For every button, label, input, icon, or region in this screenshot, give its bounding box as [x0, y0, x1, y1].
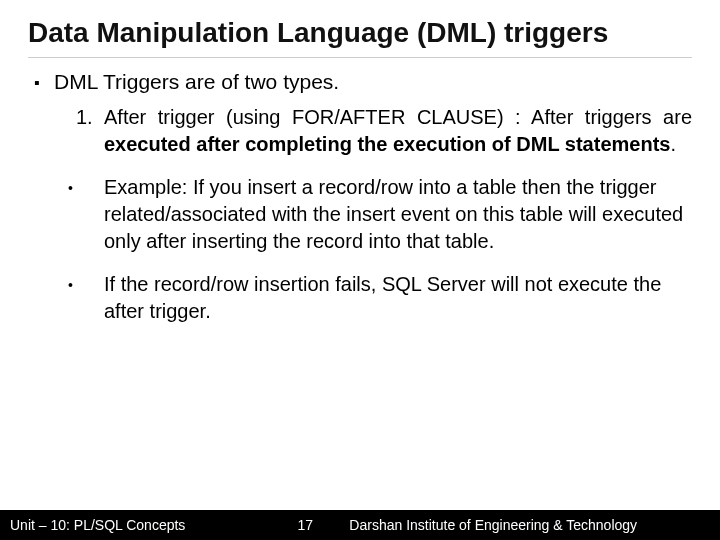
- item1-pre: After trigger (using FOR/AFTER CLAUSE) :…: [104, 106, 692, 128]
- bullet2-text: If the record/row insertion fails, SQL S…: [104, 271, 692, 325]
- item-number: 1.: [76, 104, 104, 131]
- item1-text: After trigger (using FOR/AFTER CLAUSE) :…: [104, 104, 692, 158]
- intro-text: DML Triggers are of two types.: [54, 70, 339, 94]
- dot-bullet-icon: •: [62, 271, 104, 295]
- item1-bold: executed after completing the execution …: [104, 133, 670, 155]
- intro-item: ▪ DML Triggers are of two types.: [34, 70, 692, 94]
- square-bullet-icon: ▪: [34, 70, 54, 92]
- slide-title: Data Manipulation Language (DML) trigger…: [28, 18, 692, 58]
- footer-institute: Darshan Institute of Engineering & Techn…: [335, 517, 720, 533]
- slide-content: ▪ DML Triggers are of two types. 1. Afte…: [28, 58, 692, 325]
- dot-bullet-icon: •: [62, 174, 104, 198]
- slide: Data Manipulation Language (DML) trigger…: [0, 0, 720, 540]
- footer-page: 17: [275, 517, 335, 533]
- slide-footer: Unit – 10: PL/SQL Concepts 17 Darshan In…: [0, 510, 720, 540]
- bullet1-text: Example: If you insert a record/row into…: [104, 174, 692, 255]
- footer-unit: Unit – 10: PL/SQL Concepts: [0, 517, 185, 533]
- item1-post: .: [670, 133, 676, 155]
- bullet-item-1: • Example: If you insert a record/row in…: [62, 174, 692, 255]
- numbered-item-1: 1. After trigger (using FOR/AFTER CLAUSE…: [76, 104, 692, 158]
- bullet-item-2: • If the record/row insertion fails, SQL…: [62, 271, 692, 325]
